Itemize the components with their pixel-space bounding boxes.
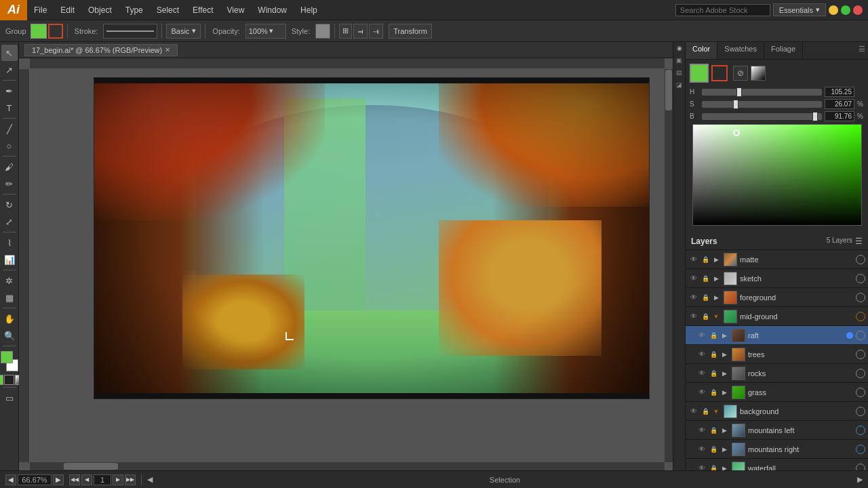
layer-background-circle[interactable] [856,407,865,416]
document-tab[interactable]: 17_begin.ai* @ 66.67% (RGB/Preview) ✕ [24,44,178,56]
saturation-slider-thumb[interactable] [733,100,738,109]
style-dropdown[interactable]: Basic▾ [166,24,201,39]
layer-waterfall[interactable]: 👁 🔒 ▶ waterfall [686,459,868,470]
layer-rocks[interactable]: 👁 🔒 ▶ rocks [686,364,868,383]
layer-waterfall-eye[interactable]: 👁 [696,463,707,471]
stroke-swatch-large[interactable] [711,65,728,81]
layer-foreground-expand[interactable]: ▶ [711,293,721,302]
layer-grass-expand[interactable]: ▶ [719,388,729,397]
panel-options-btn[interactable]: ☰ [856,42,868,59]
layer-foreground-eye[interactable]: 👁 [688,292,699,303]
horizontal-scrollbar[interactable] [30,462,665,470]
menu-help[interactable]: Help [294,0,324,20]
window-close-button[interactable] [853,5,863,15]
layer-mountains-right-expand[interactable]: ▶ [719,445,729,454]
layer-mountains-left-eye[interactable]: 👁 [696,425,707,436]
menu-edit[interactable]: Edit [54,0,81,20]
menu-view[interactable]: View [220,0,252,20]
layer-raft-lock[interactable]: 🔒 [709,331,718,340]
tool-hand[interactable]: ✋ [1,310,18,327]
layer-raft-circle[interactable] [856,331,865,340]
layer-matte[interactable]: 👁 🔒 ▶ matte [686,250,868,269]
window-maximize-button[interactable] [841,5,850,15]
status-arrow-left[interactable]: ◀ [147,475,153,484]
stroke-indicator[interactable] [48,24,63,39]
tool-type[interactable]: T [1,100,18,116]
page-last-btn[interactable]: ▶▶ [125,474,136,485]
layer-grass-lock[interactable]: 🔒 [709,388,718,397]
align-btn[interactable]: ⫤ [353,24,368,39]
layer-foreground-lock[interactable]: 🔒 [701,293,710,302]
canvas-container[interactable] [19,58,673,470]
layer-background[interactable]: 👁 🔒 ▼ background [686,402,868,421]
menu-type[interactable]: Type [119,0,150,20]
tool-art-board[interactable]: ▭ [1,390,18,406]
style-preview[interactable] [315,24,330,39]
brightness-value-input[interactable] [825,111,854,121]
scrollbar-thumb-horizontal[interactable] [64,463,118,470]
essentials-button[interactable]: Essentials ▾ [773,3,826,16]
scrollbar-thumb-vertical[interactable] [665,70,672,110]
artwork-canvas[interactable] [94,77,650,399]
saturation-slider-track[interactable] [702,101,822,108]
pattern-mini-btn[interactable]: ▤ [675,69,684,79]
color-mini-btn[interactable]: ◉ [675,45,684,54]
layer-sketch-expand[interactable]: ▶ [711,274,721,283]
layer-mid-ground-expand[interactable]: ▼ [711,312,721,321]
layer-raft-expand[interactable]: ▶ [719,331,729,340]
tool-graph[interactable]: 📊 [1,251,18,268]
tool-symbol[interactable]: ✲ [1,272,18,289]
foreground-color-swatch[interactable] [1,351,13,363]
stroke-weight-box[interactable] [103,24,157,39]
menu-window[interactable]: Window [251,0,294,20]
layer-mountains-left[interactable]: 👁 🔒 ▶ mountains left [686,421,868,440]
layer-raft-eye[interactable]: 👁 [696,330,707,341]
layer-trees-lock[interactable]: 🔒 [709,350,718,359]
layer-trees-expand[interactable]: ▶ [719,350,729,359]
menu-object[interactable]: Object [81,0,119,20]
layer-sketch-eye[interactable]: 👁 [688,273,699,284]
layer-rocks-circle[interactable] [856,369,865,378]
hue-value-input[interactable] [825,87,854,97]
layer-mountains-left-lock[interactable]: 🔒 [709,426,718,435]
saturation-value-input[interactable] [825,99,854,109]
transform-options-btn[interactable]: ⊞ [339,24,352,39]
tool-brush[interactable]: 🖌 [1,159,18,175]
layer-mountains-left-expand[interactable]: ▶ [719,426,729,435]
zoom-prev-btn[interactable]: ◀ [5,474,16,485]
layer-waterfall-expand[interactable]: ▶ [719,464,729,471]
layer-waterfall-lock[interactable]: 🔒 [709,464,718,471]
tab-foliage[interactable]: Foliage [764,42,803,59]
layer-rocks-eye[interactable]: 👁 [696,368,707,379]
layer-grass-eye[interactable]: 👁 [696,387,707,398]
layer-matte-eye[interactable]: 👁 [688,254,699,265]
none-mode-btn[interactable]: ⊘ [733,66,748,81]
layer-matte-lock[interactable]: 🔒 [701,255,710,264]
tool-select[interactable]: ↖ [1,45,18,61]
layer-matte-circle[interactable] [856,255,865,264]
layer-mountains-right-lock[interactable]: 🔒 [709,445,718,454]
layer-foreground[interactable]: 👁 🔒 ▶ foreground [686,288,868,307]
layer-background-eye[interactable]: 👁 [688,406,699,417]
layer-mid-ground[interactable]: 👁 🔒 ▼ mid-ground [686,307,868,326]
layer-mountains-right-circle[interactable] [856,445,865,454]
menu-effect[interactable]: Effect [186,0,220,20]
brightness-slider-thumb[interactable] [812,112,818,121]
page-number[interactable]: 1 [94,474,111,485]
page-first-btn[interactable]: ◀◀ [69,474,80,485]
tool-column-graph[interactable]: ▦ [1,289,18,306]
layer-raft[interactable]: 👁 🔒 ▶ raft [686,326,868,345]
layer-mountains-right[interactable]: 👁 🔒 ▶ mountains right [686,440,868,459]
layer-trees-eye[interactable]: 👁 [696,349,707,360]
tool-rotate[interactable]: ↻ [1,197,18,213]
layer-background-lock[interactable]: 🔒 [701,407,710,416]
status-arrow-right[interactable]: ▶ [857,475,863,484]
hue-slider-thumb[interactable] [736,87,742,97]
opacity-value[interactable]: 100%▾ [245,24,286,39]
layer-trees[interactable]: 👁 🔒 ▶ trees [686,345,868,364]
transform-button[interactable]: Transform [389,24,432,39]
brightness-slider-track[interactable] [702,113,822,120]
vertical-scrollbar[interactable] [665,69,673,462]
zoom-next-btn[interactable]: ▶ [53,474,64,485]
color-icon[interactable] [0,375,3,385]
